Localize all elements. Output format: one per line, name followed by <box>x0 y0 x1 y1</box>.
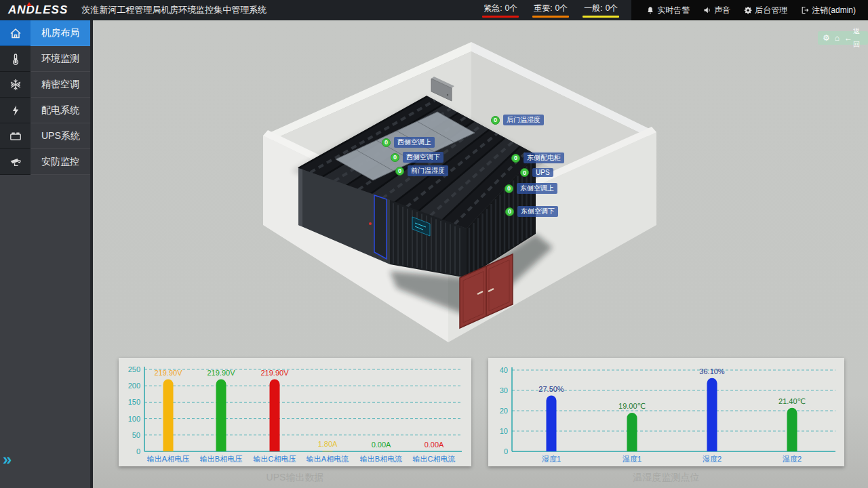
bell-icon <box>646 6 654 14</box>
svg-text:输出A相电流: 输出A相电流 <box>307 455 349 463</box>
scene-settings-button[interactable]: ⚙ <box>823 31 830 45</box>
svg-text:219.90V: 219.90V <box>208 369 236 377</box>
svg-text:输出B相电压: 输出B相电压 <box>200 455 242 463</box>
thermometer-icon <box>0 46 31 72</box>
svg-text:50: 50 <box>132 431 140 439</box>
logout-button[interactable]: 注销(admin) <box>801 5 856 16</box>
svg-text:0: 0 <box>136 447 140 455</box>
alarm-counters: 紧急:0个 重要:0个 一般:0个 <box>482 3 619 18</box>
svg-text:250: 250 <box>128 365 140 373</box>
home-view-icon: ⌂ <box>835 31 840 45</box>
alarm-urgent-underline <box>482 16 519 18</box>
svg-text:27.50%: 27.50% <box>538 385 564 393</box>
sound-button[interactable]: 声音 <box>703 5 730 16</box>
marker-badge: 0 <box>505 184 513 193</box>
admin-button[interactable]: 后台管理 <box>744 5 787 16</box>
app-header: ANDLESS 茨淮新河工程管理局机房环境监控集中管理系统 紧急:0个 重要:0… <box>0 0 868 20</box>
marker-east-distribution-cabinet[interactable]: 0 东侧配电柜 <box>511 152 564 163</box>
marker-east-ac-lower[interactable]: 0 东侧空调下 <box>505 206 558 217</box>
alarm-general-badge: 一般:0个 <box>583 3 619 18</box>
marker-west-ac-upper[interactable]: 0 西侧空调上 <box>382 137 435 148</box>
sidebar-nav: 机房布局 环境监测 精密空调 配电系统 UPS系统 安防监控 » <box>0 20 90 488</box>
back-arrow-icon: ← <box>844 31 852 45</box>
brand-logo-accent <box>26 2 32 6</box>
marker-badge: 0 <box>520 168 529 177</box>
svg-text:0.00A: 0.00A <box>372 441 391 449</box>
svg-text:200: 200 <box>128 382 140 390</box>
marker-badge: 0 <box>391 153 399 162</box>
svg-text:0: 0 <box>504 447 508 455</box>
sidebar-item-ups[interactable]: UPS系统 <box>0 123 90 149</box>
logout-icon <box>801 6 809 14</box>
ups-chart-title: UPS输出数据 <box>119 472 471 484</box>
alarm-urgent-badge: 紧急:0个 <box>482 3 519 18</box>
marker-east-ac-upper[interactable]: 0 东侧空调上 <box>505 183 557 194</box>
sidebar-item-security[interactable]: 安防监控 <box>0 149 90 175</box>
svg-text:输出B相电流: 输出B相电流 <box>360 455 402 463</box>
svg-text:温度2: 温度2 <box>783 455 802 463</box>
svg-text:0.00A: 0.00A <box>425 441 444 449</box>
svg-text:湿度2: 湿度2 <box>703 455 722 463</box>
snowflake-icon <box>0 72 31 98</box>
marker-badge: 0 <box>491 116 500 125</box>
svg-text:219.90V: 219.90V <box>155 369 183 377</box>
svg-text:输出C相电压: 输出C相电压 <box>254 455 296 463</box>
enclosure-glass-door <box>374 195 387 259</box>
temp-humidity-chart-title: 温湿度监测点位 <box>488 472 844 484</box>
marker-west-ac-lower[interactable]: 0 西侧空调下 <box>391 152 443 163</box>
camera-icon <box>0 149 31 175</box>
sidebar-item-room-layout[interactable]: 机房布局 <box>0 20 90 46</box>
scene-home-button[interactable]: ⌂ <box>835 31 840 45</box>
marker-badge: 0 <box>395 167 404 176</box>
svg-text:20: 20 <box>500 407 508 415</box>
speaker-icon <box>703 6 711 14</box>
alarm-important-badge: 重要:0个 <box>532 3 569 18</box>
sidebar-expand-chevron[interactable]: » <box>3 451 12 468</box>
header-menu: 实时告警 声音 后台管理 注销(admin) <box>631 0 868 20</box>
alarm-general-underline <box>583 16 619 18</box>
alarm-important-underline <box>532 16 569 18</box>
svg-text:40: 40 <box>500 366 508 374</box>
svg-text:10: 10 <box>500 427 508 435</box>
battery-icon <box>0 123 31 149</box>
realtime-alarm-button[interactable]: 实时告警 <box>646 5 690 16</box>
marker-badge: 0 <box>511 154 520 163</box>
svg-text:21.40℃: 21.40℃ <box>778 397 806 405</box>
sidebar-edge <box>90 20 93 488</box>
scene-back-button[interactable]: ←返回 <box>844 24 863 52</box>
gear-icon <box>744 6 752 14</box>
brand-logo: ANDLESS <box>8 3 68 17</box>
home-icon <box>0 20 31 46</box>
svg-text:219.90V: 219.90V <box>261 369 290 377</box>
scene-toolbar: ⚙ ⌂ ←返回 <box>818 31 868 45</box>
marker-front-door-sensor[interactable]: 0 前门温湿度 <box>395 165 448 176</box>
sidebar-item-power-distribution[interactable]: 配电系统 <box>0 98 90 123</box>
marker-badge: 0 <box>505 207 514 216</box>
svg-text:19.00℃: 19.00℃ <box>618 402 646 410</box>
gears-icon: ⚙ <box>823 31 830 45</box>
marker-ups[interactable]: 0 UPS <box>520 168 553 177</box>
svg-text:36.10%: 36.10% <box>699 367 725 375</box>
temp-humidity-chart: 01020304027.50%湿度119.00℃温度136.10%湿度221.4… <box>488 358 844 466</box>
ups-output-chart: 050100150200250219.90V输出A相电压219.90V输出B相电… <box>119 358 471 466</box>
sidebar-item-environment[interactable]: 环境监测 <box>0 46 90 72</box>
svg-text:100: 100 <box>128 415 140 423</box>
svg-text:1.80A: 1.80A <box>318 440 338 448</box>
svg-text:30: 30 <box>500 386 508 394</box>
svg-text:150: 150 <box>128 398 140 406</box>
main-content: ⚙ ⌂ ←返回 0 后门温湿度 0 西侧空调上 0 西侧空调下 0 前门温湿度 … <box>93 20 868 488</box>
page-title: 茨淮新河工程管理局机房环境监控集中管理系统 <box>81 4 267 16</box>
sidebar-item-precision-ac[interactable]: 精密空调 <box>0 72 90 98</box>
svg-text:输出A相电压: 输出A相电压 <box>147 455 189 463</box>
svg-text:输出C相电流: 输出C相电流 <box>413 455 456 463</box>
marker-rear-door-sensor[interactable]: 0 后门温湿度 <box>491 115 544 125</box>
svg-text:温度1: 温度1 <box>623 455 642 463</box>
svg-text:湿度1: 湿度1 <box>542 455 561 463</box>
marker-badge: 0 <box>382 138 391 147</box>
bolt-icon <box>0 98 31 123</box>
